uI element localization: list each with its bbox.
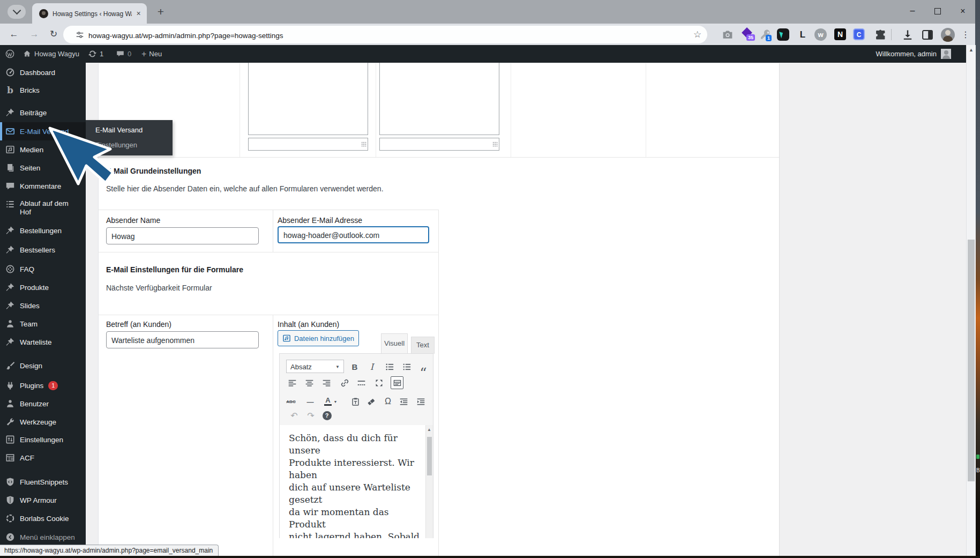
sidebar-item-benutzer[interactable]: Benutzer <box>0 396 86 412</box>
resize-grip-icon[interactable] <box>361 142 366 147</box>
read-more-button[interactable] <box>355 376 368 389</box>
align-right-button[interactable] <box>320 376 333 389</box>
maximize-button[interactable] <box>932 5 944 17</box>
pin-icon <box>5 337 15 347</box>
toolbar-toggle-button[interactable] <box>391 376 403 389</box>
close-window-button[interactable]: × <box>957 5 969 17</box>
bookmark-star-icon[interactable]: ☆ <box>693 29 701 40</box>
special-char-button[interactable]: Ω <box>381 395 394 408</box>
indent-button[interactable] <box>414 395 427 408</box>
sidebar-item-slides[interactable]: Slides <box>0 297 86 314</box>
fullscreen-button[interactable] <box>372 376 385 389</box>
align-left-button[interactable] <box>286 376 298 389</box>
sidebar-item-beitraege[interactable]: Beiträge <box>0 105 86 121</box>
paste-as-text-button[interactable] <box>349 395 362 408</box>
text-color-caret[interactable]: ▼ <box>332 395 339 408</box>
extension-bookmarks-icon[interactable]: 35 <box>742 28 754 41</box>
admin-bar-comments[interactable]: 0 <box>116 45 131 63</box>
sidebar-item-bestellungen[interactable]: Bestellungen <box>0 222 86 239</box>
outdent-button[interactable] <box>397 395 410 408</box>
extension-notion-icon[interactable]: N <box>834 28 846 40</box>
add-media-button[interactable]: Dateien hinzufügen <box>278 330 359 346</box>
editor-scrollbar-thumb[interactable] <box>427 437 432 475</box>
clear-formatting-button[interactable] <box>364 395 377 408</box>
admin-bar-new[interactable]: + Neu <box>141 45 162 63</box>
sidebar-item-faq[interactable]: FAQ <box>0 261 86 277</box>
sidebar-item-borlabs-cookie[interactable]: Borlabs Cookie <box>0 510 86 526</box>
avatar-body <box>943 36 953 42</box>
extension-password-key-icon[interactable]: 1 <box>760 28 773 41</box>
side-panel-icon[interactable] <box>921 28 934 41</box>
link-button[interactable] <box>338 376 351 389</box>
reload-button[interactable]: ↻ <box>47 28 60 41</box>
extension-cursor-app-icon[interactable] <box>777 28 789 41</box>
extension-w-icon[interactable]: w <box>814 28 827 41</box>
sender-email-input[interactable]: howag-hoader@outlook.com <box>278 226 429 243</box>
sidebar-item-plugins[interactable]: Plugins1 <box>0 377 86 393</box>
extensions-puzzle-icon[interactable] <box>874 28 887 41</box>
redo-button[interactable]: ↷ <box>304 409 317 422</box>
page-scrollbar[interactable]: ▲ <box>966 45 976 556</box>
browser-tab[interactable]: Howag Settings ‹ Howag Wagy × <box>32 3 147 24</box>
sidebar-item-bestsellers[interactable]: Bestsellers <box>0 242 86 258</box>
extension-l-icon[interactable]: L <box>796 28 809 41</box>
sidebar-item-produkte[interactable]: Produkte <box>0 279 86 295</box>
italic-button[interactable]: I <box>365 360 378 373</box>
page-scrollbar-thumb[interactable] <box>968 240 975 481</box>
format-select[interactable]: Absatz▼ <box>286 360 344 373</box>
tab-close-icon[interactable]: × <box>134 9 143 18</box>
extension-clickup-icon[interactable]: C <box>853 28 865 40</box>
browser-menu-icon[interactable]: ⋮ <box>961 28 970 41</box>
scroll-up-icon[interactable]: ▲ <box>427 427 431 432</box>
tab-text[interactable]: Text <box>411 337 435 354</box>
admin-bar-site-link[interactable]: Howag Wagyu <box>23 45 79 63</box>
scroll-up-icon[interactable]: ▲ <box>969 47 974 53</box>
textarea-field[interactable] <box>379 63 499 135</box>
undo-button[interactable]: ↶ <box>288 409 301 422</box>
sender-name-input[interactable]: Howag <box>106 227 259 244</box>
sidebar-item-bricks[interactable]: bBricks <box>0 82 86 98</box>
textarea-field-small[interactable] <box>248 138 368 151</box>
help-button[interactable]: ? <box>320 409 333 422</box>
subject-input[interactable]: Warteliste aufgenommen <box>106 331 259 348</box>
tab-search-button[interactable] <box>8 5 26 19</box>
sidebar-item-einstellungen[interactable]: Einstellungen <box>0 431 86 448</box>
strikethrough-button[interactable]: ABC <box>285 395 297 408</box>
sidebar-item-design[interactable]: Design <box>0 358 86 374</box>
admin-bar-updates[interactable]: 1 <box>88 45 103 63</box>
url-text[interactable]: howag-wagyu.at/wp-admin/admin.php?page=h… <box>88 32 283 40</box>
editor-line: nicht lagernd haben. Sobald das <box>289 531 428 538</box>
bold-button[interactable]: B <box>348 360 361 373</box>
editor-content[interactable]: Schön, dass du dich für unsere Produkte … <box>280 425 433 538</box>
sidebar-item-werkzeuge[interactable]: Werkzeuge <box>0 414 86 430</box>
forward-button[interactable]: → <box>28 28 41 41</box>
sidebar-item-dashboard[interactable]: Dashboard <box>0 64 86 80</box>
sidebar-item-collapse-menu[interactable]: Menü einklappen <box>0 529 86 545</box>
back-button[interactable]: ← <box>8 28 20 41</box>
site-settings-icon[interactable] <box>75 30 85 40</box>
downloads-icon[interactable] <box>901 28 914 41</box>
minimize-button[interactable]: – <box>907 5 918 17</box>
horizontal-rule-button[interactable]: — <box>304 395 317 408</box>
sidebar-item-warteliste[interactable]: Warteliste <box>0 334 86 350</box>
textarea-field[interactable] <box>248 63 368 135</box>
sidebar-item-fluentsnippets[interactable]: FluentSnippets <box>0 474 86 490</box>
wp-logo-menu[interactable] <box>5 45 14 63</box>
new-tab-button[interactable]: + <box>154 5 167 18</box>
blockquote-button[interactable]: “ <box>417 360 430 380</box>
admin-bar-account[interactable]: Willkommen, admin <box>876 45 951 63</box>
resize-grip-icon[interactable] <box>492 142 498 147</box>
editor-scrollbar[interactable]: ▲ <box>425 425 433 538</box>
numbered-list-button[interactable] <box>400 360 413 373</box>
sidebar-item-team[interactable]: Team <box>0 316 86 332</box>
desktop-shortcut-icon[interactable] <box>976 455 979 459</box>
sidebar-item-ablauf[interactable]: Ablauf auf dem Hof <box>0 195 86 221</box>
profile-avatar[interactable] <box>941 28 955 42</box>
tab-visual[interactable]: Visuell <box>381 333 408 354</box>
screenshot-camera-icon[interactable] <box>721 28 734 41</box>
textarea-field-small[interactable] <box>379 138 499 151</box>
sidebar-item-wp-armour[interactable]: WP Armour <box>0 492 86 508</box>
align-center-button[interactable] <box>303 376 316 389</box>
sidebar-item-acf[interactable]: ACF <box>0 450 86 466</box>
bullet-list-button[interactable] <box>383 360 396 373</box>
